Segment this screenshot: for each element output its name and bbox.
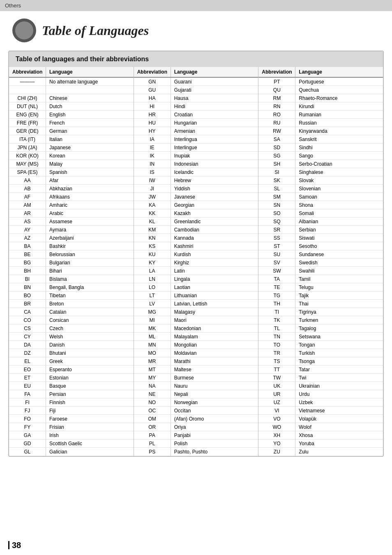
col-0-row-32-lang: Danish <box>46 341 134 349</box>
col-1-row-40-lang: Occitan <box>171 407 258 414</box>
table-row: AZAzerbaijani <box>9 234 134 242</box>
col-1-row-18-lang: Cambodian <box>171 226 258 234</box>
table-row: PTPortuguese <box>258 78 383 86</box>
table-row: ITA (IT)Italian <box>9 135 134 143</box>
table-row: MKMacedonian <box>134 324 258 333</box>
table-row: KAGeorgian <box>134 201 258 209</box>
col-2-row-7-abbr: SA <box>258 135 295 143</box>
col-2-row-23-abbr: SW <box>258 267 295 275</box>
col-0-row-39-lang: Finnish <box>46 398 134 406</box>
col-0-row-35-abbr: EO <box>9 365 46 373</box>
col-2-row-22-abbr: SV <box>258 259 295 266</box>
col-1-row-28-abbr: MG <box>134 308 171 316</box>
table-row: WOWolof <box>258 423 383 431</box>
col-1-row-43-lang: Panjabi <box>171 431 258 439</box>
col-1-row-28-lang: Malagasy <box>171 308 258 316</box>
col-1-row-1-abbr: GU <box>134 86 171 94</box>
col-0-row-44-abbr: GD <box>9 439 46 447</box>
col-2-row-2-lang: Rhaeto-Romance <box>295 94 383 102</box>
table-row: SWSwahili <box>258 267 383 275</box>
table-row: TNSetswana <box>258 333 383 341</box>
table-row: OM(Afan) Oromo <box>134 415 258 423</box>
table-row: KOR (KO)Korean <box>9 152 134 160</box>
table-row: SLSlovenian <box>258 185 383 193</box>
col-1-row-35-abbr: MT <box>134 365 171 373</box>
col-0-row-0-abbr: ——— <box>9 78 46 86</box>
col-0-row-25-abbr: BN <box>9 283 46 291</box>
col-0-row-31-abbr: CY <box>9 333 46 340</box>
col-1-row-9-lang: Inupiak <box>171 152 258 160</box>
col-0-row-30-lang: Czech <box>46 324 134 332</box>
col-1-row-42-abbr: OR <box>134 423 171 431</box>
col-1-row-10-abbr: IN <box>134 160 171 168</box>
col-2-row-40-abbr: VI <box>258 407 295 414</box>
col-0-row-43-lang: Irish <box>46 431 134 439</box>
col-0-row-5-abbr: FRE (FR) <box>9 119 46 127</box>
table-row: FJFiji <box>9 407 134 415</box>
table-row: LNLingala <box>134 275 258 283</box>
col-2-row-1-lang: Quechua <box>295 86 383 94</box>
col-1-row-9-abbr: IK <box>134 152 171 160</box>
table-row: UZUzbek <box>258 398 383 407</box>
col-1-row-15-lang: Georgian <box>171 201 258 209</box>
table-row: GUGujarati <box>134 86 258 94</box>
table-row: JIYiddish <box>134 185 258 193</box>
table-row: TRTurkish <box>258 349 383 357</box>
col-1-row-11-abbr: IS <box>134 168 171 176</box>
col-2-row-21-lang: Sundanese <box>295 250 383 258</box>
table-row: HYArmenian <box>134 127 258 135</box>
col-2-row-31-lang: Setswana <box>295 333 383 340</box>
table-row: SPA (ES)Spanish <box>9 168 134 176</box>
table-row: MOMoldavian <box>134 349 258 357</box>
table-row: SASanskrit <box>258 135 383 143</box>
col-0-row-19-lang: Azerbaijani <box>46 234 134 242</box>
col-2-row-34-abbr: TS <box>258 357 295 365</box>
col-1-row-36-abbr: MY <box>134 374 171 382</box>
table-row: RNKirundi <box>258 102 383 111</box>
col-1-row-6-lang: Armenian <box>171 127 258 135</box>
col-2-row-36-lang: Twi <box>295 374 383 382</box>
col-0-row-29-lang: Corsican <box>46 316 134 324</box>
col-0-row-4-lang: English <box>46 111 134 118</box>
table-row: URUrdu <box>258 390 383 398</box>
top-bar-label: Others <box>5 2 21 9</box>
col-1-row-42-lang: Oriya <box>171 423 258 431</box>
col-1-row-14-lang: Javanese <box>171 193 258 201</box>
table-row: TKTurkmen <box>258 316 383 324</box>
col-1-row-12-abbr: IW <box>134 176 171 184</box>
top-bar: Others <box>0 0 392 11</box>
table-row: FOFaroese <box>9 415 134 423</box>
table-row: DUT (NL)Dutch <box>9 102 134 111</box>
col-1-row-25-abbr: LO <box>134 283 171 291</box>
col-1-row-27-abbr: LV <box>134 300 171 308</box>
col-2-row-5-lang: Russian <box>295 119 383 127</box>
col-2-row-29-abbr: TK <box>258 316 295 324</box>
col-2-row-14-lang: Samoan <box>295 193 383 201</box>
table-row: IAInterlingua <box>134 135 258 143</box>
col-1-row-40-abbr: OC <box>134 407 171 414</box>
col-0-row-42-abbr: FY <box>9 423 46 431</box>
col-2-row-28-abbr: TI <box>258 308 295 316</box>
col-2-row-22-lang: Swedish <box>295 259 383 266</box>
table-row: BEBelorussian <box>9 250 134 259</box>
table-row: JWJavanese <box>134 193 258 201</box>
col-0-header: AbbreviationLanguage <box>9 67 134 78</box>
col-0-row-41-lang: Faroese <box>46 415 134 423</box>
col-0-row-39-abbr: FI <box>9 398 46 406</box>
table-row: ZUZulu <box>258 448 383 456</box>
col-2-row-16-lang: Somali <box>295 209 383 217</box>
col-0-row-33-abbr: DZ <box>9 349 46 357</box>
col-2-row-31-abbr: TN <box>258 333 295 340</box>
main-content: Table of languages and their abbreviatio… <box>0 46 392 476</box>
col-1-row-24-abbr: LN <box>134 275 171 283</box>
col-0-row-12-abbr: AA <box>9 176 46 184</box>
col-0-row-17-abbr: AS <box>9 217 46 225</box>
col-1-row-39-lang: Norwegian <box>171 398 258 406</box>
table-row: IEInterlingue <box>134 143 258 152</box>
col-1-row-18-abbr: KM <box>134 226 171 234</box>
col-0-row-7-abbr: ITA (IT) <box>9 135 46 143</box>
col-0-row-17-lang: Assamese <box>46 217 134 225</box>
col-1-row-44-lang: Polish <box>171 439 258 447</box>
table-row: SMSamoan <box>258 193 383 201</box>
table-row: SKSlovak <box>258 176 383 185</box>
